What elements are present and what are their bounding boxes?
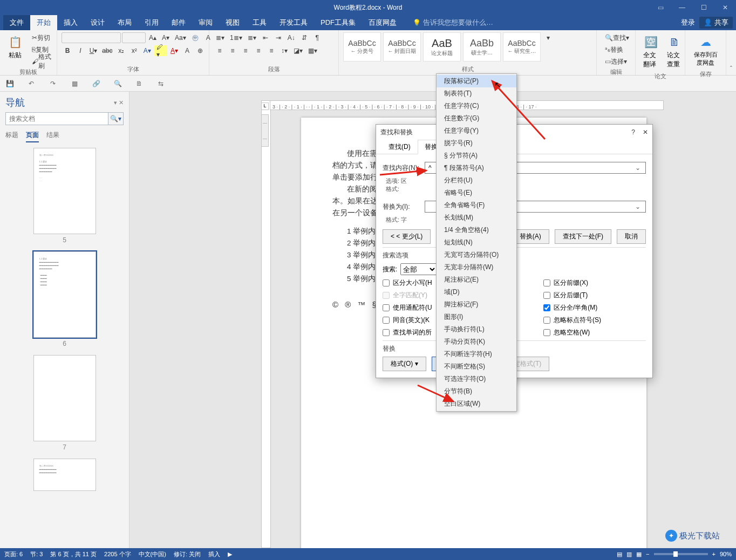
qat-redo-icon[interactable]: ↷ xyxy=(47,78,58,89)
line-spacing-button[interactable]: ↕▾ xyxy=(278,45,290,56)
share-button[interactable]: 👤 共享 xyxy=(699,17,733,29)
align-center-button[interactable]: ≡ xyxy=(227,45,238,56)
tell-me-input[interactable]: 告诉我您想要做什么… xyxy=(413,15,493,30)
nav-tab-results[interactable]: 结果 xyxy=(46,131,59,142)
chk-ignore-space[interactable]: 忽略空格(W) xyxy=(543,328,646,337)
bold-button[interactable]: B xyxy=(62,45,73,56)
page-thumbnail[interactable]: 1.2 题目▬▬▬▬▬▬▬▬▬▬▬▬▬▬▬▬▬▬▬▬▬▬▬▬· ▬▬▬· ▬▬▬… xyxy=(33,251,96,338)
view-print-icon[interactable]: ▥ xyxy=(626,551,632,558)
font-size-combo[interactable] xyxy=(122,32,146,43)
special-menu-item[interactable]: 脱字号(R) xyxy=(437,137,516,149)
cut-button[interactable]: ✂ 剪切 xyxy=(28,32,60,43)
login-link[interactable]: 登录 xyxy=(681,18,695,28)
tab-layout[interactable]: 布局 xyxy=(111,15,138,30)
qat-links-icon[interactable]: 🔗 xyxy=(91,78,101,89)
shading-button[interactable]: ◪▾ xyxy=(291,45,305,56)
save-baidu-button[interactable]: ☁保存到百度网盘 xyxy=(690,32,721,69)
page-thumbnail[interactable]: 第一章 XXXXX1.1 题目▬▬▬▬▬▬▬▬▬▬▬▬▬▬▬▬▬▬▬▬▬▬· ·… xyxy=(33,148,96,234)
multilevel-button[interactable]: ≣▾ xyxy=(246,32,258,43)
tab-insert[interactable]: 插入 xyxy=(57,15,84,30)
chk-match-suffix[interactable]: 区分后缀(T) xyxy=(543,291,646,300)
justify-button[interactable]: ≡ xyxy=(253,45,264,56)
zoom-slider[interactable] xyxy=(654,553,708,555)
special-menu-item[interactable]: 任意数字(G) xyxy=(437,112,516,125)
status-track[interactable]: 修订: 关闭 xyxy=(174,550,201,558)
status-section[interactable]: 节: 3 xyxy=(30,550,43,558)
special-menu-item[interactable]: 无宽非分隔符(W) xyxy=(437,261,516,274)
format-painter-button[interactable]: 🖌 格式刷 xyxy=(28,56,60,67)
phonetic-button[interactable]: ㊥ xyxy=(189,32,201,43)
styles-more-button[interactable]: ▾ xyxy=(543,32,575,43)
dialog-tab-find[interactable]: 查找(D) xyxy=(381,140,418,154)
status-macro-icon[interactable]: ▶ xyxy=(228,551,232,558)
tab-file[interactable]: 文件 xyxy=(3,15,30,30)
special-menu-item[interactable]: 手动换行符(L) xyxy=(437,323,516,336)
special-menu-item[interactable]: 可选连字符(O) xyxy=(437,373,516,385)
special-menu-item[interactable]: 长划线(M) xyxy=(437,211,516,224)
page-thumbnail[interactable]: 第二章 XXXXX▬▬▬▬▬▬▬▬▬▬▬▬▬▬▬▬ xyxy=(33,459,96,491)
qat-save-icon[interactable]: 💾 xyxy=(4,78,15,89)
maximize-icon[interactable]: ☐ xyxy=(693,0,714,15)
align-dist-button[interactable]: ⇵ xyxy=(298,32,310,43)
status-lang[interactable]: 中文(中国) xyxy=(139,550,166,558)
qat-undo-icon[interactable]: ↶ xyxy=(26,78,37,89)
collapse-ribbon-button[interactable]: ˆ xyxy=(726,30,736,75)
special-menu-item[interactable]: 手动分页符(K) xyxy=(437,336,516,348)
special-menu-item[interactable]: 空白区域(W) xyxy=(437,398,516,410)
chk-ignore-punct[interactable]: 忽略标点符号(S) xyxy=(543,316,646,325)
align-left-button[interactable]: ≡ xyxy=(214,45,226,56)
special-menu-item[interactable]: 不间断空格(S) xyxy=(437,360,516,373)
style-item[interactable]: AaBbCc← 分类号 xyxy=(343,32,381,62)
find-button[interactable]: 🔍 查找▾ xyxy=(601,32,633,43)
special-menu-item[interactable]: 图形(I) xyxy=(437,311,516,323)
chevron-down-icon[interactable]: ⌄ xyxy=(633,164,642,172)
special-menu-item[interactable]: 域(D) xyxy=(437,286,516,298)
status-pages[interactable]: 第 6 页，共 11 页 xyxy=(50,550,97,558)
nav-tab-headings[interactable]: 标题 xyxy=(5,131,18,142)
zoom-out-button[interactable]: − xyxy=(646,551,649,557)
view-web-icon[interactable]: ▦ xyxy=(636,551,642,558)
chk-match-prefix[interactable]: 区分前缀(X) xyxy=(543,278,646,288)
change-case-button[interactable]: Aa▾ xyxy=(173,32,188,43)
special-menu-item[interactable]: 全角省略号(F) xyxy=(437,199,516,211)
style-item[interactable]: AaBbCc← 封面日期 xyxy=(383,32,421,62)
chevron-down-icon[interactable]: ⌄ xyxy=(633,203,642,210)
view-read-icon[interactable]: ▤ xyxy=(617,551,622,558)
special-menu-item[interactable]: 分栏符(U) xyxy=(437,174,516,187)
minimize-icon[interactable]: — xyxy=(671,0,693,15)
borders-button[interactable]: ▦▾ xyxy=(306,45,319,56)
qat-zoom-icon[interactable]: 🔍 xyxy=(112,78,123,89)
tab-home[interactable]: 开始 xyxy=(30,15,57,30)
dialog-close-icon[interactable]: ✕ xyxy=(643,128,648,136)
special-menu-item[interactable]: 任意字母(Y) xyxy=(437,125,516,137)
tab-review[interactable]: 审阅 xyxy=(192,15,219,30)
chk-full-half[interactable]: 区分全/半角(M) xyxy=(543,303,646,312)
special-menu-item[interactable]: 无宽可选分隔符(O) xyxy=(437,249,516,261)
special-menu-item[interactable]: ¶ 段落符号(A) xyxy=(437,162,516,174)
special-menu-item[interactable]: 1/4 全角空格(4) xyxy=(437,224,516,236)
show-marks-button[interactable]: ¶ xyxy=(311,32,323,43)
check-button[interactable]: 🗎论文查重 xyxy=(664,32,685,71)
tab-pdf[interactable]: PDF工具集 xyxy=(314,15,362,30)
enclose-char-button[interactable]: ⊕ xyxy=(194,45,206,56)
special-menu-item[interactable]: 不间断连字符(H) xyxy=(437,348,516,360)
indent-inc-button[interactable]: ⇥ xyxy=(272,32,284,43)
nav-tab-pages[interactable]: 页面 xyxy=(26,131,39,142)
paste-button[interactable]: 📋 粘贴 xyxy=(4,32,26,62)
align-right-button[interactable]: ≡ xyxy=(240,45,251,56)
qat-indent-icon[interactable]: ⇆ xyxy=(155,78,166,89)
page-thumbnail[interactable] xyxy=(33,355,96,441)
subscript-button[interactable]: x₂ xyxy=(115,45,127,56)
cancel-button[interactable]: 取消 xyxy=(617,229,646,244)
grow-font-button[interactable]: A▴ xyxy=(147,32,159,43)
bullets-button[interactable]: ≣▾ xyxy=(214,32,227,43)
tab-developer[interactable]: 开发工具 xyxy=(273,15,314,30)
special-menu-item[interactable]: 尾注标记(E) xyxy=(437,274,516,286)
qat-table-icon[interactable]: ▦ xyxy=(69,78,80,89)
zoom-level[interactable]: 90% xyxy=(720,551,732,557)
underline-button[interactable]: U▾ xyxy=(87,45,99,56)
search-icon[interactable]: 🔍▾ xyxy=(108,113,123,125)
nav-search-input[interactable] xyxy=(6,113,108,125)
tab-tools[interactable]: 工具 xyxy=(246,15,273,30)
ruler-corner[interactable]: L xyxy=(261,103,269,110)
